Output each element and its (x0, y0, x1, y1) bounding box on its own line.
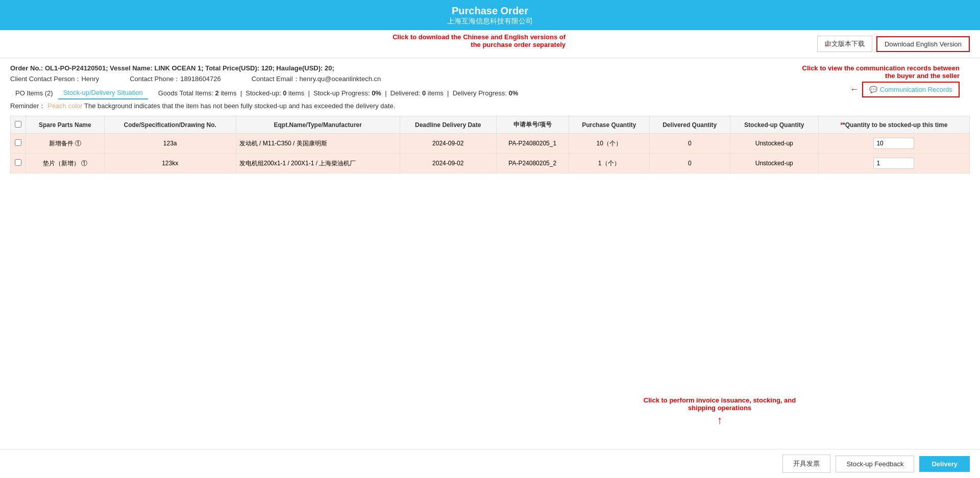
row-code: 123a (104, 134, 236, 154)
bottom-arrow-up-icon: ↑ (643, 414, 796, 427)
row-delivered-qty: 0 (649, 154, 730, 173)
qty-input-1[interactable] (873, 158, 914, 169)
contact-phone: Contact Phone：18918604726 (130, 74, 221, 84)
comm-icon: 💬 (869, 86, 877, 93)
download-annotation: Click to download the Chinese and Englis… (392, 33, 566, 48)
reminder-highlight: Peach color (47, 102, 83, 110)
row-eqpt: 发电机组200x1-1 / 200X1-1 / 上海柴油机厂 (236, 154, 400, 173)
row-purchase-qty: 10（个） (569, 134, 649, 154)
delivery-progress: 0% (508, 89, 518, 97)
comm-records-label: Communication Records (880, 86, 952, 93)
tab-stockup-delivery[interactable]: Stock-up/Delivery Situation (58, 87, 148, 99)
row-purchase-qty: 1（个） (569, 154, 649, 173)
page-title: Purchase Order (0, 5, 980, 17)
client-contact: Client Contact Person：Henry (10, 74, 99, 84)
row-spare-parts-name: 新增备件 ① (26, 134, 105, 154)
col-code-spec: Code/Specification/Drawing No. (104, 116, 236, 134)
row-deadline: 2024-09-02 (400, 134, 496, 154)
invoice-button[interactable]: 开具发票 (782, 455, 830, 473)
communication-records-button[interactable]: 💬 Communication Records (862, 82, 960, 97)
row-checkbox-cell (11, 154, 26, 173)
row-checkbox-1[interactable] (15, 159, 21, 166)
col-app-no: 申请单号/项号 (496, 116, 569, 134)
stockup-feedback-button[interactable]: Stock-up Feedback (836, 456, 914, 472)
bottom-toolbar: 开具发票 Stock-up Feedback Delivery (0, 449, 980, 478)
goods-summary-text: Goods Total Items: 2 items | Stocked-up:… (158, 89, 518, 97)
col-stocked-qty: Stocked-up Quantity (730, 116, 818, 134)
top-bar: Click to download the Chinese and Englis… (0, 30, 980, 58)
download-arrow-icon: ← (823, 39, 833, 51)
col-eqpt-name: Eqpt.Name/Type/Manufacturer (236, 116, 400, 134)
row-app-no: PA-P24080205_1 (496, 134, 569, 154)
row-code: 123kx (104, 154, 236, 173)
delivery-button[interactable]: Delivery (919, 456, 970, 472)
row-checkbox-0[interactable] (15, 139, 21, 146)
comm-arrow-icon: ← (850, 84, 859, 95)
delivered-count: 0 (422, 89, 426, 97)
contact-email: Contact Email：henry.qu@oceanlinktech.cn (252, 74, 381, 84)
reminder-suffix: The background indicates that the item h… (84, 102, 395, 110)
reminder-text: Reminder： Peach color The background ind… (10, 102, 970, 111)
company-name: 上海互海信息科技有限公司 (0, 17, 980, 26)
row-deadline: 2024-09-02 (400, 154, 496, 173)
main-content: Order No.: OL1-PO-P24120501; Vessel Name… (0, 58, 980, 478)
row-stocked-qty: Unstocked-up (730, 154, 818, 173)
total-items-count: 2 (215, 89, 219, 97)
col-checkbox (11, 116, 26, 134)
comm-annotation: Click to view the communication records … (796, 64, 960, 80)
row-checkbox-cell (11, 134, 26, 154)
download-english-button[interactable]: Download English Version (876, 36, 970, 52)
stocked-up-count: 0 (283, 89, 286, 97)
row-app-no: PA-P24080205_2 (496, 154, 569, 173)
row-eqpt: 发动机 / M11-C350 / 美国康明斯 (236, 134, 400, 154)
row-spare-parts-name: 垫片（新增） ① (26, 154, 105, 173)
row-qty-input-cell (818, 154, 969, 173)
col-deadline: Deadline Delivery Date (400, 116, 496, 134)
col-spare-parts-name: Spare Parts Name (26, 116, 105, 134)
reminder-prefix: Reminder： (10, 102, 45, 110)
col-purchase-qty: Purchase Quantity (569, 116, 649, 134)
bottom-annotation: Click to perform invoice issuance, stock… (643, 396, 796, 427)
select-all-checkbox[interactable] (15, 121, 21, 128)
table-row: 垫片（新增） ① 123kx 发电机组200x1-1 / 200X1-1 / 上… (11, 154, 970, 173)
col-delivered-qty: Delivered Quantity (649, 116, 730, 134)
table-row: 新增备件 ① 123a 发动机 / M11-C350 / 美国康明斯 2024-… (11, 134, 970, 154)
col-qty-input: **Quantity to be stocked-up this time (818, 116, 969, 134)
comm-records-area: Click to view the communication records … (796, 64, 960, 97)
po-table: Spare Parts Name Code/Specification/Draw… (10, 116, 970, 173)
row-delivered-qty: 0 (649, 134, 730, 154)
tab-po-items[interactable]: PO Items (2) (10, 87, 58, 99)
stockup-progress: 0% (372, 89, 381, 97)
row-qty-input-cell (818, 134, 969, 154)
row-stocked-qty: Unstocked-up (730, 134, 818, 154)
qty-input-0[interactable] (873, 138, 914, 149)
page-header: Purchase Order 上海互海信息科技有限公司 (0, 0, 980, 30)
table-header-row: Spare Parts Name Code/Specification/Draw… (11, 116, 970, 134)
